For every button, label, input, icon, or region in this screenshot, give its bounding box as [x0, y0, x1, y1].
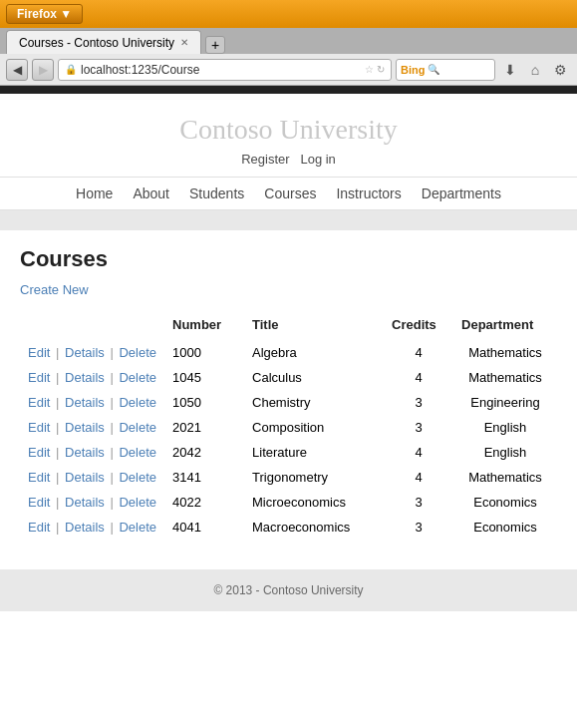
tab-bar: Courses - Contoso University ✕ + [0, 28, 577, 54]
credits-header: Credits [384, 313, 453, 340]
course-credits: 3 [384, 390, 453, 415]
university-title: Contoso University [0, 114, 577, 146]
course-number: 2021 [164, 415, 244, 440]
register-link[interactable]: Register [241, 152, 289, 167]
details-link-0[interactable]: Details [65, 345, 105, 360]
delete-link-2[interactable]: Delete [119, 395, 156, 410]
table-row: Edit | Details | Delete 1050 Chemistry 3… [20, 390, 557, 415]
delete-link-1[interactable]: Delete [119, 370, 156, 385]
back-button[interactable]: ◀ [6, 59, 28, 81]
delete-link-4[interactable]: Delete [119, 445, 156, 460]
nav-bar: Home About Students Courses Instructors … [0, 177, 577, 210]
nav-instructors[interactable]: Instructors [336, 185, 401, 201]
page-title: Courses [20, 246, 557, 272]
details-link-2[interactable]: Details [65, 395, 105, 410]
nav-about[interactable]: About [133, 185, 169, 201]
delete-link-0[interactable]: Delete [119, 345, 156, 360]
edit-link-2[interactable]: Edit [28, 395, 50, 410]
details-link-6[interactable]: Details [65, 495, 105, 510]
row-actions: Edit | Details | Delete [20, 390, 164, 415]
nav-departments[interactable]: Departments [422, 185, 501, 201]
course-title: Microeconomics [244, 490, 384, 515]
edit-link-0[interactable]: Edit [28, 345, 50, 360]
table-row: Edit | Details | Delete 3141 Trigonometr… [20, 465, 557, 490]
auth-links: Register Log in [0, 152, 577, 167]
details-link-3[interactable]: Details [65, 420, 105, 435]
course-credits: 4 [384, 365, 453, 390]
details-link-1[interactable]: Details [65, 370, 105, 385]
course-number: 1050 [164, 390, 244, 415]
nav-home[interactable]: Home [76, 185, 113, 201]
table-row: Edit | Details | Delete 2021 Composition… [20, 415, 557, 440]
url-security-icon: 🔒 [65, 64, 77, 75]
course-title: Trigonometry [244, 465, 384, 490]
course-credits: 4 [384, 440, 453, 465]
url-box[interactable]: 🔒 localhost:1235/Course ☆ ↻ [58, 59, 392, 81]
course-department: Mathematics [453, 340, 557, 365]
table-header-row: Number Title Credits Department [20, 313, 557, 340]
course-title: Macroeconomics [244, 515, 384, 540]
login-link[interactable]: Log in [300, 152, 335, 167]
course-department: Engineering [453, 390, 557, 415]
active-tab[interactable]: Courses - Contoso University ✕ [6, 30, 201, 54]
search-box[interactable]: Bing 🔍 [396, 59, 495, 81]
edit-link-1[interactable]: Edit [28, 370, 50, 385]
nav-courses[interactable]: Courses [264, 185, 316, 201]
delete-link-5[interactable]: Delete [119, 470, 156, 485]
new-tab-button[interactable]: + [205, 36, 225, 54]
url-text: localhost:1235/Course [81, 63, 361, 77]
course-number: 3141 [164, 465, 244, 490]
course-credits: 4 [384, 465, 453, 490]
edit-link-4[interactable]: Edit [28, 445, 50, 460]
toolbar-icons: ⬇ ⌂ ⚙ [499, 59, 571, 81]
browser-chrome: Firefox ▼ Courses - Contoso University ✕… [0, 0, 577, 94]
forward-button[interactable]: ▶ [32, 59, 54, 81]
black-bar [0, 86, 577, 94]
edit-link-6[interactable]: Edit [28, 495, 50, 510]
edit-link-7[interactable]: Edit [28, 520, 50, 535]
course-title: Chemistry [244, 390, 384, 415]
course-number: 1000 [164, 340, 244, 365]
edit-link-5[interactable]: Edit [28, 470, 50, 485]
table-row: Edit | Details | Delete 4022 Microeconom… [20, 490, 557, 515]
course-department: Mathematics [453, 365, 557, 390]
tab-close-button[interactable]: ✕ [180, 37, 188, 48]
copyright-text: © 2013 - Contoso University [213, 583, 363, 597]
details-link-5[interactable]: Details [65, 470, 105, 485]
table-row: Edit | Details | Delete 2042 Literature … [20, 440, 557, 465]
course-credits: 3 [384, 515, 453, 540]
department-header: Department [453, 313, 557, 340]
download-icon[interactable]: ⬇ [499, 59, 521, 81]
delete-link-6[interactable]: Delete [119, 495, 156, 510]
tab-label: Courses - Contoso University [19, 36, 174, 50]
course-title: Calculus [244, 365, 384, 390]
search-icon: 🔍 [428, 64, 439, 75]
course-title: Algebra [244, 340, 384, 365]
create-new-link[interactable]: Create New [20, 282, 89, 297]
row-actions: Edit | Details | Delete [20, 415, 164, 440]
details-link-4[interactable]: Details [65, 445, 105, 460]
settings-icon[interactable]: ⚙ [549, 59, 571, 81]
delete-link-3[interactable]: Delete [119, 420, 156, 435]
details-link-7[interactable]: Details [65, 520, 105, 535]
delete-link-7[interactable]: Delete [119, 520, 156, 535]
edit-link-3[interactable]: Edit [28, 420, 50, 435]
nav-students[interactable]: Students [189, 185, 244, 201]
course-department: Economics [453, 515, 557, 540]
star-icon[interactable]: ☆ [365, 64, 374, 75]
university-header: Contoso University Register Log in [0, 94, 577, 177]
course-credits: 4 [384, 340, 453, 365]
address-bar: ◀ ▶ 🔒 localhost:1235/Course ☆ ↻ Bing 🔍 ⬇… [0, 54, 577, 86]
refresh-icon[interactable]: ↻ [377, 64, 385, 75]
home-icon[interactable]: ⌂ [524, 59, 546, 81]
number-header: Number [164, 313, 244, 340]
bing-logo: Bing [401, 64, 425, 76]
row-actions: Edit | Details | Delete [20, 440, 164, 465]
gray-divider [0, 210, 577, 230]
table-row: Edit | Details | Delete 4041 Macroeconom… [20, 515, 557, 540]
course-department: English [453, 440, 557, 465]
firefox-menu-button[interactable]: Firefox ▼ [6, 4, 83, 24]
course-number: 4022 [164, 490, 244, 515]
course-title: Literature [244, 440, 384, 465]
title-header: Title [244, 313, 384, 340]
